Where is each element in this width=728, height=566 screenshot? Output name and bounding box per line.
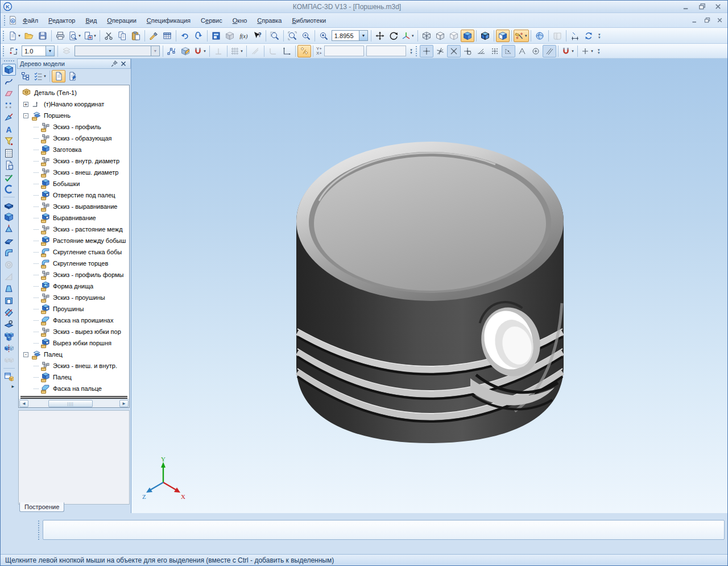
save-document-button[interactable] xyxy=(36,30,49,42)
edit-vertices-button[interactable] xyxy=(165,45,179,57)
specification-button[interactable] xyxy=(2,147,16,159)
viewport-3d[interactable]: Y X Z xyxy=(131,59,727,513)
print-button[interactable] xyxy=(53,30,67,42)
print-preview-button[interactable]: ▼ xyxy=(67,30,82,42)
tree-item-0[interactable]: Деталь (Тел-1) xyxy=(19,87,129,98)
snap-point-on-curve-button[interactable] xyxy=(433,45,447,57)
snap-points-button[interactable] xyxy=(297,45,311,57)
measurements-3d-button[interactable]: A xyxy=(2,123,16,135)
wireframe-button[interactable] xyxy=(420,30,433,42)
current-layer-dropdown-icon[interactable]: ▼ xyxy=(151,46,159,56)
add-component-button[interactable] xyxy=(2,370,16,382)
toolbar-grip[interactable] xyxy=(416,46,417,56)
tree-item-22[interactable]: Вырез юбки поршня xyxy=(19,337,129,349)
menu-item-6[interactable]: Окно xyxy=(228,15,253,26)
tree-additional-window-button[interactable] xyxy=(65,70,79,82)
collapse-icon[interactable]: - xyxy=(23,352,28,357)
copy-button[interactable] xyxy=(115,30,129,42)
undo-button[interactable] xyxy=(178,30,192,42)
tree-item-3[interactable]: Эскиз - профиль xyxy=(19,121,129,133)
message-panel-grip[interactable] xyxy=(38,520,40,540)
tree-item-5[interactable]: Заготовка xyxy=(19,144,129,155)
expand-icon[interactable]: + xyxy=(23,102,28,107)
tree-item-24[interactable]: Эскиз - внеш. и внутр. xyxy=(19,360,129,371)
window-minimize-button[interactable] xyxy=(679,2,693,11)
toolbar-grip[interactable] xyxy=(3,31,5,41)
array-button[interactable] xyxy=(2,330,16,342)
coord-x-field[interactable] xyxy=(366,46,406,56)
tree-item-25[interactable]: Палец xyxy=(19,371,129,383)
tree-item-8[interactable]: Бобышки xyxy=(19,178,129,189)
draft-button[interactable] xyxy=(2,283,16,295)
revolve-button[interactable] xyxy=(2,211,16,223)
sweep-button[interactable] xyxy=(2,235,16,247)
document-icon[interactable]: K xyxy=(8,15,18,25)
redo-button[interactable] xyxy=(192,30,205,42)
tree-item-23[interactable]: -Палец xyxy=(19,349,129,360)
menu-item-2[interactable]: Вид xyxy=(80,15,102,26)
menu-item-4[interactable]: Спецификация xyxy=(142,15,196,26)
tree-item-12[interactable]: Эскиз - растояние межд xyxy=(19,224,129,235)
orientation-button[interactable]: ▼ xyxy=(400,30,416,42)
zoom-by-rectangle-button[interactable] xyxy=(268,30,282,42)
local-cs-button[interactable] xyxy=(280,45,293,57)
document-properties-button[interactable] xyxy=(7,45,20,57)
current-step-dropdown-icon[interactable]: ▼ xyxy=(46,46,54,56)
tree-horizontal-scrollbar[interactable]: ◄ |||| ► xyxy=(19,399,129,407)
molding-elements-button[interactable] xyxy=(2,183,16,195)
reorient-sphere-button[interactable] xyxy=(533,30,547,42)
tree-item-14[interactable]: Скругление стыка бобы xyxy=(19,246,129,258)
open-document-button[interactable] xyxy=(22,30,36,42)
surfaces-button[interactable] xyxy=(2,88,16,100)
coord-y-field[interactable] xyxy=(324,46,364,56)
tree-item-20[interactable]: Фаска на проишинах xyxy=(19,315,129,326)
zoom-value[interactable]: 1.8955▼ xyxy=(332,30,368,41)
mdi-close-button[interactable] xyxy=(714,16,725,24)
tree-item-11[interactable]: Выравнивание xyxy=(19,212,129,224)
mirror-array-button[interactable] xyxy=(2,342,16,354)
variables-button[interactable] xyxy=(223,30,237,42)
mdi-minimize-button[interactable] xyxy=(689,16,700,24)
add-point-button[interactable]: ▼ xyxy=(580,45,595,57)
toolbar-overflow-icon[interactable]: ▾▾ xyxy=(596,30,603,42)
tree-item-19[interactable]: Проушины xyxy=(19,303,129,315)
filters-button[interactable] xyxy=(2,135,16,147)
shaded-with-edges-button[interactable] xyxy=(478,30,492,42)
context-help-button[interactable]: ? xyxy=(250,30,264,42)
edit-part-button[interactable] xyxy=(2,64,16,76)
pan-button[interactable] xyxy=(373,30,387,42)
hidden-lines-removed-button[interactable] xyxy=(433,30,447,42)
points-button[interactable] xyxy=(2,100,16,111)
current-layer[interactable]: ▼ xyxy=(75,46,160,56)
snap-tangent-button[interactable] xyxy=(461,45,474,57)
insert-fragment-button[interactable]: ▼ xyxy=(82,30,98,42)
snap-setup-button[interactable]: ▼ xyxy=(192,45,208,57)
menu-item-8[interactable]: Библиотеки xyxy=(287,15,332,26)
tree-composition-button[interactable]: ▼ xyxy=(32,70,48,82)
hidden-lines-thin-button[interactable] xyxy=(447,30,461,42)
tree-item-15[interactable]: Скругление торцев xyxy=(19,258,129,269)
loft-button[interactable] xyxy=(2,223,16,235)
tree-item-26[interactable]: Фаска на пальце xyxy=(19,383,129,394)
auxiliary-geometry-button[interactable] xyxy=(2,111,16,123)
tree-item-7[interactable]: Эскиз - внеш. диаметр xyxy=(19,167,129,178)
rebuild-model-button[interactable] xyxy=(582,30,595,42)
toolbar-expand-icon[interactable]: ▸ xyxy=(2,382,16,390)
toolbar-grip[interactable] xyxy=(4,60,14,62)
toolbar-overflow-icon[interactable]: ▾▾ xyxy=(595,45,602,57)
toolbar-grip[interactable] xyxy=(3,46,5,56)
tree-item-17[interactable]: Форма днища xyxy=(19,280,129,292)
menu-item-0[interactable]: Файл xyxy=(18,15,43,26)
new-document-button[interactable]: ▼ xyxy=(7,30,22,42)
snap-center-button[interactable] xyxy=(529,45,543,57)
tree-item-16[interactable]: Эскиз - профиль формы xyxy=(19,269,129,280)
tree-item-1[interactable]: +(т)Начало координат xyxy=(19,98,129,110)
tree-item-21[interactable]: Эскиз - вырез юбки пор xyxy=(19,326,129,337)
scroll-left-arrow[interactable]: ◄ xyxy=(19,400,28,407)
functions-button[interactable]: f(x) xyxy=(237,30,250,42)
model-check-button[interactable] xyxy=(2,171,16,183)
scroll-right-arrow[interactable]: ► xyxy=(119,400,129,407)
grid-button[interactable]: ▼ xyxy=(229,45,245,57)
zoom-selected-button[interactable] xyxy=(286,30,299,42)
snap-normal-button[interactable] xyxy=(474,45,488,57)
